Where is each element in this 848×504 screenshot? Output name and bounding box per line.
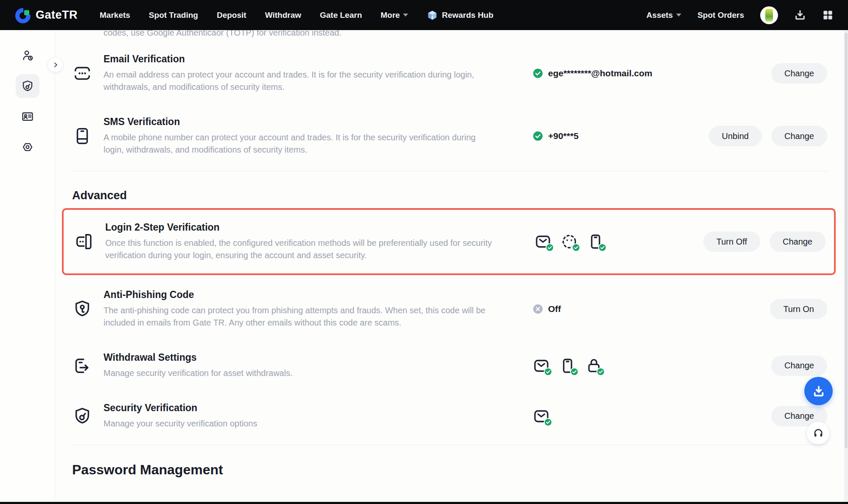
green-check-badge (598, 243, 607, 252)
login-2step-highlight-ring: Login 2-Step Verification Once this func… (62, 208, 836, 275)
row-anti-phishing-code: Anti-Phishing Code The anti-phishing cod… (72, 278, 827, 340)
green-check-badge (546, 243, 554, 252)
gate-logo[interactable]: GateTR (14, 7, 78, 24)
masked-phone: +90***5 (548, 131, 579, 141)
verified-check-icon (533, 68, 543, 78)
nav-rewards-hub[interactable]: Rewards Hub (427, 10, 493, 21)
email-method-verified-icon (533, 357, 550, 374)
withdrawal-change-button[interactable]: Change (771, 356, 827, 376)
sms-change-button[interactable]: Change (771, 126, 827, 146)
advanced-section-heading: Advanced (72, 189, 827, 202)
phone-method-verified-icon (587, 233, 604, 250)
green-check-badge (544, 418, 552, 426)
nav-withdraw[interactable]: Withdraw (265, 11, 301, 20)
row-description: Once this function is enabled, the confi… (105, 237, 493, 262)
nav-assets-menu[interactable]: Assets (646, 11, 681, 20)
lock-method-verified-icon (585, 357, 602, 374)
passkey-method-verified-icon (561, 233, 578, 250)
navbar-right: Assets Spot Orders (646, 6, 834, 24)
masked-email: ege********@hotmail.com (548, 68, 652, 78)
brand-name: GateTR (36, 8, 78, 22)
nav-gate-learn[interactable]: Gate Learn (320, 11, 362, 20)
email-change-button[interactable]: Change (771, 63, 827, 84)
email-status: ege********@hotmail.com (533, 68, 771, 78)
off-x-icon (533, 304, 543, 314)
hex-gear-icon (21, 141, 34, 153)
settings-sidebar (0, 30, 55, 502)
gift-box-icon (427, 10, 438, 21)
apps-grid-icon[interactable] (822, 9, 834, 21)
sidebar-item-security[interactable] (16, 74, 39, 98)
nav-more-menu[interactable]: More (381, 11, 408, 20)
row-description: Manage your security verification option… (104, 418, 492, 430)
sms-unbind-button[interactable]: Unbind (709, 126, 762, 146)
sms-status: +90***5 (533, 131, 709, 141)
download-app-icon[interactable] (794, 9, 806, 21)
row-title: Security Verification (104, 402, 533, 414)
divider (72, 445, 827, 445)
sidebar-item-account[interactable] (16, 44, 39, 67)
chevron-down-icon (676, 14, 681, 17)
login-2step-change-button[interactable]: Change (770, 231, 826, 252)
download-icon (812, 384, 826, 398)
sidebar-item-preferences[interactable] (16, 135, 39, 159)
login-2step-methods (535, 233, 703, 250)
scrollbar-track (844, 30, 848, 502)
email-frame-icon (72, 64, 92, 83)
top-navbar: GateTR Markets Spot Trading Deposit With… (0, 0, 848, 30)
shield-key-icon (21, 80, 34, 92)
shield-hook-icon (72, 299, 92, 319)
main-nav: Markets Spot Trading Deposit Withdraw Ga… (100, 11, 408, 20)
phone-method-verified-icon (559, 357, 576, 374)
anti-phishing-state: Off (548, 304, 561, 314)
row-description: Manage security verification for asset w… (104, 367, 492, 379)
row-description: An email address can protect your accoun… (104, 69, 492, 93)
verified-check-icon (533, 131, 543, 141)
security-settings-page: codes, use Google Authenticaor (TOTP) fo… (55, 0, 848, 478)
floating-support-button[interactable] (807, 422, 829, 444)
bottom-bar (0, 502, 848, 504)
floating-download-button[interactable] (804, 377, 833, 405)
id-card-icon (21, 110, 34, 123)
row-sms-verification: SMS Verification A mobile phone number c… (72, 105, 827, 167)
sidebar-expand-button[interactable] (48, 57, 63, 72)
withdrawal-methods (533, 357, 771, 374)
chevron-right-icon (53, 62, 59, 68)
headset-icon (813, 428, 824, 439)
row-login-2step-verification: Login 2-Step Verification Once this func… (74, 217, 826, 266)
anti-phishing-turn-on-button[interactable]: Turn On (770, 299, 827, 319)
avatar-image (765, 9, 773, 22)
row-description: The anti-phishing code can protect you f… (104, 304, 492, 329)
row-title: SMS Verification (104, 116, 533, 128)
anti-phishing-status: Off (533, 304, 770, 314)
nav-spot-orders[interactable]: Spot Orders (697, 11, 744, 20)
row-title: Anti-Phishing Code (104, 289, 533, 301)
row-withdrawal-settings: Withdrawal Settings Manage security veri… (72, 340, 827, 391)
user-clock-icon (21, 49, 34, 62)
email-method-verified-icon (535, 233, 551, 250)
row-title: Login 2-Step Verification (105, 222, 535, 233)
row-email-verification: Email Verification An email address can … (72, 42, 827, 105)
email-method-verified-icon (533, 408, 550, 425)
row-title: Withdrawal Settings (104, 352, 533, 363)
gate-logo-icon (14, 7, 31, 24)
green-check-badge (544, 368, 552, 376)
sidebar-item-identity[interactable] (16, 105, 39, 128)
login-2step-turn-off-button[interactable]: Turn Off (703, 231, 760, 252)
device-2step-icon (74, 232, 94, 251)
chevron-down-icon (403, 14, 408, 17)
shield-key-icon (72, 407, 92, 426)
green-check-badge (572, 243, 580, 252)
scrollbar-thumb[interactable] (845, 33, 848, 448)
nav-markets[interactable]: Markets (100, 11, 130, 20)
phone-icon (72, 126, 92, 146)
box-arrow-out-icon (72, 356, 92, 376)
user-avatar[interactable] (760, 6, 778, 24)
password-management-heading: Password Management (72, 462, 827, 478)
security-verification-methods (533, 408, 771, 425)
row-description: A mobile phone number can protect your a… (104, 131, 492, 156)
divider (72, 171, 827, 171)
nav-deposit[interactable]: Deposit (217, 11, 246, 20)
nav-spot-trading[interactable]: Spot Trading (149, 11, 198, 20)
row-security-verification: Security Verification Manage your securi… (72, 391, 827, 441)
